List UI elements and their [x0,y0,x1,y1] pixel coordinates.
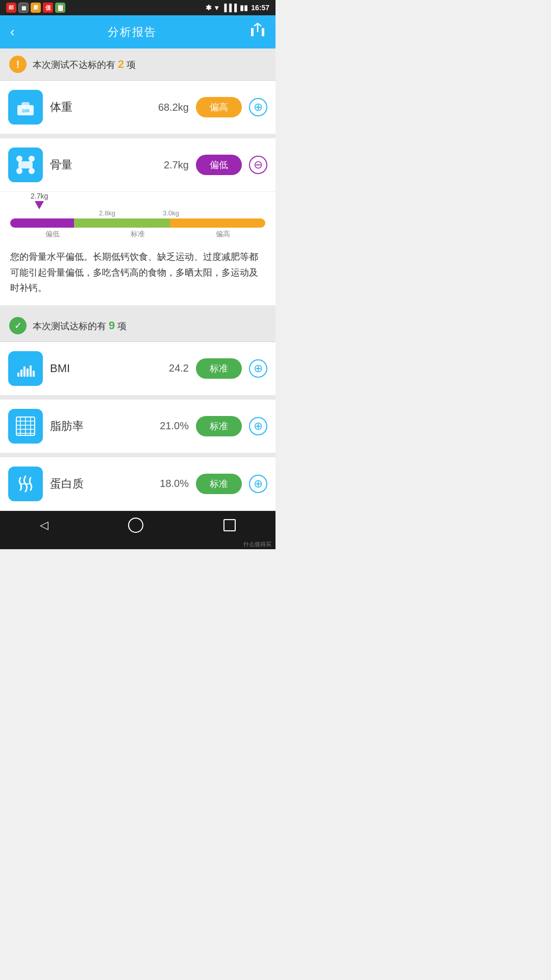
svg-rect-4 [21,102,30,106]
weight-icon-box: 100 [8,90,43,125]
val-icon: 值 [43,3,53,13]
protein-value: 18.0% [143,478,189,489]
status-bar-right: ✱ ▾ ▐▐▐ ▮▮ 16:57 [206,4,269,12]
svg-text:100: 100 [21,108,29,113]
bluetooth-icon: ✱ [206,4,212,12]
warning-icon: ! [9,56,27,73]
bmi-row: BMI 24.2 标准 ⊕ [0,342,276,396]
signal-icon: ▐▐▐ [221,4,237,12]
back-button[interactable]: ‹ [10,24,15,40]
svg-point-7 [29,156,35,162]
bone-label: 骨量 [50,157,136,173]
weight-detail-button[interactable]: ⊕ [249,98,267,116]
back-nav-button[interactable]: ◁ [28,514,61,536]
page-title: 分析报告 [108,24,157,40]
bone-label-normal: 标准 [95,230,181,239]
separator-4 [0,453,276,457]
bone-detail-button[interactable]: ⊖ [249,156,267,174]
bone-description: 您的骨量水平偏低。长期低钙饮食、缺乏运动、过度减肥等都可能引起骨量偏低，多吃含钙… [10,242,265,296]
bone-marker-label: 2.7kg [31,192,48,200]
bone-detail-panel: 2.7kg 2.8kg 3.0kg 偏低 标准 偏高 您的骨量水平偏低。长期低钙… [0,192,276,306]
bone-row: 骨量 2.7kg 偏低 ⊖ [0,138,276,192]
fail-count: 2 [118,58,124,70]
bone-tick-2: 3.0kg [163,209,179,217]
bone-status-badge: 偏低 [196,155,242,175]
bar-high [170,218,266,228]
bone-marker-pin [35,201,44,209]
bone-bar [10,218,265,228]
svg-rect-13 [23,366,26,377]
fail-banner: ! 本次测试不达标的有 2 项 [0,48,276,81]
svg-point-9 [29,168,35,174]
wifi-icon: ▾ [215,4,218,12]
weight-value: 68.2kg [143,102,189,113]
svg-rect-10 [18,161,33,168]
time-display: 16:57 [251,4,269,12]
mail-icon: 邮 [6,3,16,13]
svg-rect-2 [262,28,264,36]
weight-label: 体重 [50,100,136,115]
bmi-label: BMI [50,362,136,375]
pass-banner-text: 本次测试达标的有 9 项 [33,319,127,332]
pass-banner: ✓ 本次测试达标的有 9 项 [0,310,276,342]
weight-row: 100 体重 68.2kg 偏高 ⊕ [0,81,276,134]
home-circle-icon [128,518,143,533]
recents-square-icon [223,519,236,531]
bone-label-low: 偏低 [10,230,95,239]
bone-label-high: 偏高 [180,230,265,239]
fail-banner-text: 本次测试不达标的有 2 项 [33,58,136,71]
svg-rect-14 [27,369,29,377]
bone-tick-row: 2.8kg 3.0kg [10,209,265,218]
bone-chart: 2.7kg 2.8kg 3.0kg 偏低 标准 偏高 [10,192,265,239]
protein-icon-box [8,467,43,501]
protein-label: 蛋白质 [50,476,136,492]
fat-value: 21.0% [143,420,189,432]
status-bar: 邮 ▦ 磨 值 📋 ✱ ▾ ▐▐▐ ▮▮ 16:57 [0,0,276,15]
svg-rect-0 [251,28,254,36]
watermark: 什么值得买 [0,540,276,549]
weight-status-badge: 偏高 [196,97,242,117]
share-button[interactable] [250,23,265,41]
fat-label: 脂肪率 [50,419,136,434]
separator-1 [0,134,276,138]
fat-row: 脂肪率 21.0% 标准 ⊕ [0,400,276,453]
separator-2 [0,306,276,310]
fat-status-badge: 标准 [196,416,242,436]
app2-icon: 磨 [31,3,41,13]
svg-rect-16 [33,371,35,377]
fat-detail-button[interactable]: ⊕ [249,417,267,435]
bar-normal [74,218,170,228]
bone-marker: 2.7kg [31,192,48,209]
bmi-detail-button[interactable]: ⊕ [249,359,267,378]
bar-low [10,218,74,228]
pass-count: 9 [109,319,115,332]
bmi-icon-box [8,351,43,386]
protein-detail-button[interactable]: ⊕ [249,475,267,493]
bone-segment-labels: 偏低 标准 偏高 [10,230,265,239]
bmi-value: 24.2 [143,362,189,374]
protein-row: 蛋白质 18.0% 标准 ⊕ [0,457,276,511]
status-bar-left: 邮 ▦ 磨 值 📋 [6,3,65,13]
bone-icon-box [8,148,43,182]
battery-icon: ▮▮ [240,4,248,12]
green-icon: 📋 [55,3,65,13]
recents-nav-button[interactable] [211,515,248,535]
check-icon: ✓ [9,317,27,334]
bone-value: 2.7kg [143,159,189,171]
svg-rect-11 [17,373,19,377]
bottom-navigation: ◁ [0,511,276,540]
photo-icon: ▦ [18,3,29,13]
svg-point-8 [16,168,22,174]
svg-rect-15 [30,365,32,377]
fat-icon-box [8,409,43,444]
bone-tick-1: 2.8kg [99,209,115,217]
svg-point-6 [16,156,22,162]
separator-3 [0,396,276,400]
bmi-status-badge: 标准 [196,358,242,379]
home-nav-button[interactable] [116,513,156,537]
svg-rect-12 [20,370,22,377]
protein-status-badge: 标准 [196,474,242,494]
app-header: ‹ 分析报告 [0,15,276,48]
